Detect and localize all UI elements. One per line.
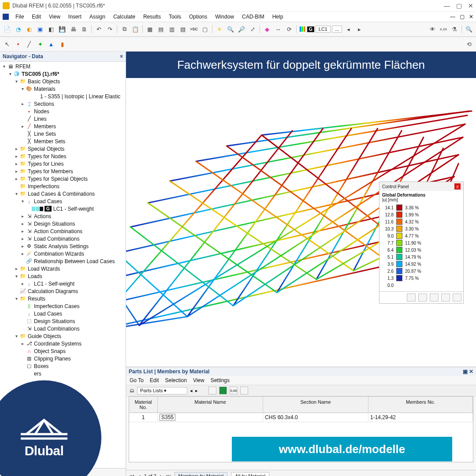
tree-basic[interactable]: Basic Objects	[28, 78, 60, 85]
filter-icon[interactable]: ⚗	[450, 24, 459, 34]
inner-maximize-button[interactable]: ▢	[460, 14, 465, 20]
model-icon[interactable]: ▣	[35, 24, 45, 34]
view3-icon[interactable]: ▥	[167, 24, 177, 34]
new-icon[interactable]: 📄	[2, 24, 12, 34]
tree-membersets[interactable]: Member Sets	[34, 138, 65, 145]
refresh-icon[interactable]: ⟲	[464, 39, 474, 49]
tree-osnaps[interactable]: Object Snaps	[34, 348, 66, 354]
inner-close-button[interactable]: ✕	[469, 14, 473, 20]
pager-last-icon[interactable]: ⏭	[166, 473, 171, 476]
tree-ers[interactable]: ers	[34, 371, 41, 377]
report-icon[interactable]: 🗎	[79, 24, 89, 34]
tree-tlines[interactable]: Types for Lines	[28, 161, 63, 167]
restore-down-button[interactable]: —	[450, 14, 455, 20]
legend-btn3-icon[interactable]	[430, 294, 439, 301]
tree-rlc[interactable]: Load Cases	[34, 311, 62, 317]
parts-panel-buttons[interactable]: ▣ ✕	[463, 368, 473, 375]
zoom-in-icon[interactable]: 🔍	[226, 24, 235, 34]
parts-menu-edit[interactable]: Edit	[150, 377, 159, 383]
bulb-icon[interactable]: ☀	[215, 24, 224, 34]
tree-material-1[interactable]: 1 - S355 | Isotropic | Linear Elastic	[40, 93, 120, 100]
legend-btn5-icon[interactable]	[453, 294, 461, 301]
load-case-extra[interactable]: ...	[332, 26, 342, 33]
tree-loadcases[interactable]: Load Cases	[34, 198, 62, 205]
print-icon[interactable]: 🖶	[68, 24, 78, 34]
solid-icon[interactable]: ▮	[57, 39, 67, 49]
blank-icon[interactable]: ▢	[200, 24, 210, 34]
tree-actions[interactable]: Actions	[34, 213, 51, 219]
menu-tools[interactable]: Tools	[166, 13, 184, 21]
parts-menu-goto[interactable]: Go To	[130, 377, 144, 383]
minimize-button[interactable]: —	[444, 2, 450, 9]
tree-rel[interactable]: Relationship Between Load Cases	[34, 258, 115, 264]
parts-tb-num-icon[interactable]: 0,00	[230, 387, 238, 394]
tree-impcases[interactable]: Imperfection Cases	[34, 303, 79, 309]
recent-icon[interactable]: ◐	[24, 24, 34, 34]
parts-tb-excel-icon[interactable]	[219, 387, 227, 394]
tree-sas[interactable]: Static Analysis Settings	[34, 243, 89, 249]
tree-tspecial[interactable]: Types for Special Objects	[28, 176, 88, 182]
close-button[interactable]: ✕	[468, 2, 473, 9]
tree-tmembers[interactable]: Types for Members	[28, 168, 73, 175]
tree-acomb[interactable]: Action Combinations	[34, 228, 82, 234]
dim-icon[interactable]: x.xx	[439, 24, 448, 34]
parts-tb-btn4[interactable]	[240, 387, 248, 394]
line-icon[interactable]: ╱	[24, 39, 34, 49]
control-panel-close-icon[interactable]: x	[454, 183, 461, 190]
tree-imperf[interactable]: Imperfections	[28, 183, 60, 190]
tree-calcdiag[interactable]: Calculation Diagrams	[28, 288, 78, 294]
parts-menu-view[interactable]: View	[193, 377, 205, 383]
tree-rlco[interactable]: Load Combinations	[34, 326, 79, 332]
node-icon[interactable]: •	[13, 39, 23, 49]
next-lc-icon[interactable]: ▸	[354, 24, 364, 34]
select-icon[interactable]: ◆	[262, 24, 272, 34]
copy-icon[interactable]: ⧉	[119, 24, 129, 34]
tree-linesets[interactable]: Line Sets	[34, 131, 56, 137]
eye-icon[interactable]: 👁	[428, 24, 437, 34]
menu-cadbim[interactable]: CAD-BIM	[239, 13, 268, 21]
menu-calculate[interactable]: Calculate	[110, 13, 138, 21]
search-tool-icon[interactable]: 🔍	[464, 24, 474, 34]
colorbar-icon[interactable]	[300, 26, 305, 32]
tree-lcc[interactable]: Load Cases & Combinations	[28, 191, 95, 197]
tree-loads[interactable]: Loads	[28, 273, 42, 279]
tree-cwiz[interactable]: Combination Wizards	[34, 251, 84, 257]
menu-help[interactable]: Help	[269, 13, 286, 21]
tab-all-by-material[interactable]: All by Material	[231, 472, 269, 476]
pager-next-icon[interactable]: ▸	[160, 473, 163, 476]
menu-assign[interactable]: Assign	[86, 13, 108, 21]
tab-members-by-material[interactable]: Members by Material	[175, 472, 228, 476]
menu-options[interactable]: Options	[186, 13, 210, 21]
tree-csys[interactable]: Coordinate Systems	[34, 341, 82, 347]
load-case-selector[interactable]: LC1	[316, 26, 331, 33]
tree-lc1[interactable]: LC1 - Self-weight	[53, 206, 94, 212]
view2-icon[interactable]: ▤	[156, 24, 166, 34]
save-icon[interactable]: 💾	[57, 24, 67, 34]
table-row[interactable]: 1 S355 CHS 60.3x4.0 1-14,29-42	[129, 413, 473, 422]
tree-file[interactable]: TSC005 (1).rf6*	[22, 71, 59, 77]
tree-members[interactable]: Members	[34, 123, 56, 130]
menu-view[interactable]: View	[46, 13, 63, 21]
tree-lines[interactable]: Lines	[34, 116, 47, 122]
pager-prev-icon[interactable]: ◂	[138, 473, 141, 476]
parts-menu-settings[interactable]: Settings	[211, 377, 230, 383]
tree-results[interactable]: Results	[28, 296, 45, 302]
zoom-out-icon[interactable]: 🔎	[237, 24, 246, 34]
view1-icon[interactable]: ▦	[145, 24, 155, 34]
tree-materials[interactable]: Materials	[34, 86, 56, 92]
undo-icon[interactable]: ↶	[94, 24, 104, 34]
sc-icon[interactable]: >SC	[189, 24, 199, 34]
cursor-icon[interactable]: ↖	[2, 39, 12, 49]
paste-icon[interactable]: 📋	[130, 24, 140, 34]
open-icon[interactable]: ◔	[13, 24, 23, 34]
tree-rds[interactable]: Design Situations	[34, 318, 75, 324]
surface-icon[interactable]: ▲	[46, 39, 56, 49]
tree-sections[interactable]: Sections	[34, 101, 54, 107]
menu-edit[interactable]: Edit	[29, 13, 44, 21]
maximize-button[interactable]: ▢	[456, 2, 462, 9]
tree-special[interactable]: Special Objects	[28, 146, 64, 152]
tree-boxes[interactable]: Boxes	[34, 363, 48, 369]
member-icon[interactable]: ✦	[35, 39, 45, 49]
legend-btn4-icon[interactable]	[441, 294, 450, 301]
parts-next-icon[interactable]: ▸	[195, 388, 198, 394]
